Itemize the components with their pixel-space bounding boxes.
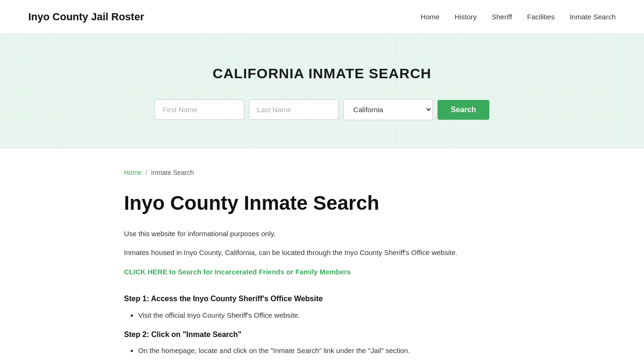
- intro-paragraph-2: Inmates housed in Inyo County, Californi…: [124, 247, 520, 258]
- search-link[interactable]: CLICK HERE to Search for Incarcerated Fr…: [124, 266, 351, 278]
- step-2-heading: Step 2: Click on "Inmate Search": [124, 329, 520, 341]
- search-form: California Alabama Alaska Arizona Arkans…: [9, 99, 635, 120]
- nav-facilities[interactable]: Facilities: [527, 13, 554, 21]
- breadcrumb-home[interactable]: Home: [124, 167, 141, 178]
- step-2-bullet-1: On the homepage, locate and click on the…: [138, 345, 520, 356]
- hero-section: CALIFORNIA INMATE SEARCH California Alab…: [0, 34, 644, 148]
- breadcrumb-separator: /: [145, 167, 147, 178]
- step-1-heading: Step 1: Access the Inyo County Sheriff's…: [124, 293, 520, 305]
- hero-title: CALIFORNIA INMATE SEARCH: [9, 62, 635, 85]
- state-select[interactable]: California Alabama Alaska Arizona Arkans…: [343, 99, 433, 120]
- site-header: Inyo County Jail Roster Home History She…: [0, 0, 644, 34]
- step-1-bullet-1: Visit the official Inyo County Sheriff's…: [138, 310, 520, 321]
- breadcrumb-current: Inmate Search: [151, 167, 194, 178]
- first-name-input[interactable]: [155, 99, 244, 120]
- nav-home[interactable]: Home: [421, 13, 439, 21]
- step-1-list: Visit the official Inyo County Sheriff's…: [138, 310, 520, 321]
- main-nav: Home History Sheriff Facilities Inmate S…: [421, 11, 616, 23]
- main-content: Home / Inmate Search Inyo County Inmate …: [96, 148, 548, 362]
- nav-sheriff[interactable]: Sheriff: [492, 13, 512, 21]
- intro-paragraph-1: Use this website for informational purpo…: [124, 228, 520, 239]
- search-button[interactable]: Search: [438, 100, 489, 120]
- page-title: Inyo County Inmate Search: [124, 191, 520, 215]
- step-2-list: On the homepage, locate and click on the…: [138, 345, 520, 356]
- site-logo[interactable]: Inyo County Jail Roster: [28, 8, 144, 25]
- nav-history[interactable]: History: [454, 13, 477, 21]
- breadcrumb: Home / Inmate Search: [124, 167, 520, 178]
- last-name-input[interactable]: [249, 99, 339, 120]
- nav-inmate-search[interactable]: Inmate Search: [570, 13, 616, 21]
